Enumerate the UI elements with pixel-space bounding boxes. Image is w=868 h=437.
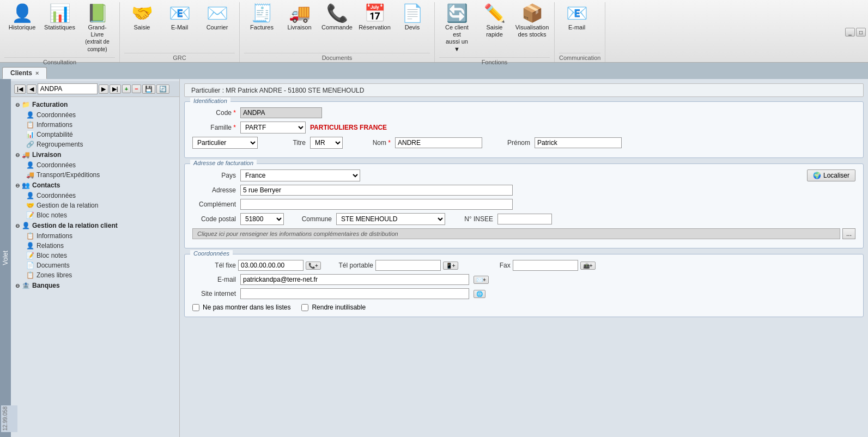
- sidebar-item-cont-gestion[interactable]: 🤝 Gestion de la relation: [11, 201, 179, 210]
- commande-button[interactable]: 📞 Commande: [319, 2, 355, 43]
- section-contacts-header[interactable]: ⊖ 👥 Contacts: [11, 180, 179, 191]
- ne-pas-montrer-checkbox[interactable]: [192, 304, 199, 311]
- pays-select[interactable]: France: [240, 169, 360, 181]
- sidebar-item-fact-coordonnees[interactable]: 👤 Coordonnées: [11, 110, 179, 120]
- identification-title: Identification: [190, 98, 230, 104]
- tel-portable-input[interactable]: [375, 260, 441, 271]
- minimize-button[interactable]: _: [845, 28, 855, 37]
- fax-input[interactable]: [513, 260, 578, 271]
- tel-fixe-input[interactable]: [238, 260, 304, 271]
- sidebar-item-grc-relations[interactable]: 👤 Relations: [11, 241, 179, 251]
- nav-code-input[interactable]: [38, 83, 98, 94]
- devis-button[interactable]: 📄 Devis: [394, 2, 430, 43]
- sidebar-item-grc-blocnotes[interactable]: 📝 Bloc notes: [11, 251, 179, 260]
- visualisation-stocks-button[interactable]: 📦 Visualisationdes stocks: [514, 2, 550, 43]
- clients-tab[interactable]: Clients ×: [2, 67, 47, 79]
- commune-select[interactable]: STE MENEHOULD: [336, 213, 445, 225]
- adresse-label: Adresse: [192, 186, 236, 194]
- maximize-button[interactable]: □: [856, 28, 866, 37]
- code-input[interactable]: [240, 107, 322, 118]
- sidebar-item-livr-coordonnees[interactable]: 👤 Coordonnées: [11, 160, 179, 170]
- livraison-collapse[interactable]: ⊖: [15, 152, 20, 158]
- prenom-input[interactable]: [535, 137, 622, 148]
- sidebar-item-grc-documents[interactable]: 📄 Documents: [11, 260, 179, 270]
- nav-del-button[interactable]: −: [132, 84, 141, 93]
- distribution-button[interactable]: ...: [842, 228, 855, 239]
- localiser-button[interactable]: 🌍 Localiser: [807, 169, 855, 181]
- nav-prev-button[interactable]: ◀: [27, 84, 37, 94]
- saisie-button[interactable]: 🤝 Saisie: [124, 2, 160, 43]
- fax-group: Fax 📠+: [467, 260, 596, 271]
- info-bar: Particulier : MR Patrick ANDRE - 51800 S…: [184, 83, 864, 97]
- email-comm-button[interactable]: 📧 E-mail: [559, 2, 594, 43]
- nom-input[interactable]: [395, 137, 482, 148]
- grand-livre-button[interactable]: 📗 Grand-Livre(extrait de compte): [80, 2, 115, 55]
- rendre-inutilisable-checkbox[interactable]: [301, 304, 308, 311]
- devis-icon: 📄: [402, 4, 423, 22]
- saisie-rapide-button[interactable]: ✏️ Saisierapide: [477, 2, 512, 43]
- adresse-input[interactable]: [240, 185, 513, 196]
- sidebar-tree: ⊖ 📁 Facturation 👤 Coordonnées 📋 Informat…: [11, 97, 179, 293]
- site-input[interactable]: [240, 288, 469, 299]
- sidebar-item-livr-transport[interactable]: 🚚 Transport/Expéditions: [11, 170, 179, 180]
- nav-next-button[interactable]: ▶: [99, 84, 108, 94]
- commande-label: Commande: [321, 24, 353, 31]
- volet-toggle[interactable]: Volet: [0, 79, 11, 437]
- contacts-collapse[interactable]: ⊖: [15, 183, 20, 189]
- nav-refresh-button[interactable]: 🔄: [156, 84, 169, 94]
- factures-label: Factures: [250, 24, 274, 31]
- tel-fixe-action-button[interactable]: 📞+: [306, 262, 321, 270]
- ce-client-button[interactable]: 🔄 Ce client estaussi un ▼: [439, 2, 475, 55]
- sidebar-item-cont-blocnotes[interactable]: 📝 Bloc notes: [11, 210, 179, 220]
- complement-input[interactable]: [240, 199, 513, 210]
- factures-button[interactable]: 🧾 Factures: [244, 2, 280, 43]
- email-action-button[interactable]: ✉️+: [474, 276, 489, 284]
- section-facturation-header[interactable]: ⊖ 📁 Facturation: [11, 99, 179, 110]
- titre-select[interactable]: MR: [310, 137, 343, 149]
- sidebar-item-fact-regroupements[interactable]: 🔗 Regroupements: [11, 139, 179, 149]
- checkbox-row: Ne pas montrer dans les listes Rendre in…: [192, 304, 855, 311]
- site-action-button[interactable]: 🌐: [474, 290, 485, 298]
- livraison-button[interactable]: 🚚 Livraison: [282, 2, 317, 43]
- sidebar-item-fact-comptabilite[interactable]: 📊 Comptabilité: [11, 130, 179, 139]
- famille-select[interactable]: PARTF: [240, 122, 306, 133]
- historique-button[interactable]: 👤 Historique: [4, 2, 40, 43]
- statistiques-button[interactable]: 📊 Statistiques: [42, 2, 77, 43]
- section-banques-header[interactable]: ⊖ 🏦 Banques: [11, 280, 179, 291]
- prenom-label: Prénom: [487, 139, 530, 147]
- nom-label: Nom: [347, 139, 391, 147]
- reservation-button[interactable]: 📅 Réservation: [357, 2, 392, 43]
- nav-last-button[interactable]: ▶|: [110, 84, 121, 94]
- distribution-text[interactable]: Cliquez ici pour renseigner les informat…: [192, 228, 840, 239]
- distribution-row: Cliquez ici pour renseigner les informat…: [192, 228, 855, 239]
- commune-label: Commune: [288, 215, 332, 223]
- sidebar-item-grc-informations[interactable]: 📋 Informations: [11, 231, 179, 241]
- livraison-label: Livraison: [287, 24, 311, 31]
- courrier-button[interactable]: ✉️ Courrier: [199, 2, 235, 43]
- email-input[interactable]: [240, 274, 469, 285]
- insee-input[interactable]: [497, 214, 552, 224]
- tel-portable-action-button[interactable]: 📱+: [443, 262, 458, 270]
- section-gestion-header[interactable]: ⊖ 👤 Gestion de la relation client: [11, 220, 179, 231]
- tab-close-button[interactable]: ×: [35, 70, 39, 76]
- grc-relations-label: Relations: [37, 242, 64, 250]
- nav-save-button[interactable]: 💾: [142, 84, 155, 94]
- email-grc-button[interactable]: 📧 E-Mail: [162, 2, 197, 43]
- sidebar-item-grc-zones[interactable]: 📋 Zones libres: [11, 270, 179, 280]
- saisie-label: Saisie: [134, 24, 150, 31]
- section-livraison-header[interactable]: ⊖ 🚚 Livraison: [11, 149, 179, 160]
- cp-select[interactable]: 51800: [240, 213, 284, 225]
- adresse-title: Adresse de facturation: [190, 160, 257, 166]
- nav-add-button[interactable]: +: [122, 84, 131, 93]
- sidebar-item-fact-informations[interactable]: 📋 Informations: [11, 120, 179, 130]
- type-select[interactable]: Particulier: [192, 137, 258, 149]
- adresse-section: Adresse de facturation Pays France 🌍 Loc…: [184, 163, 864, 248]
- sidebar-item-cont-coordonnees[interactable]: 👤 Coordonnées: [11, 191, 179, 201]
- fax-action-button[interactable]: 📠+: [580, 262, 596, 270]
- banques-collapse[interactable]: ⊖: [15, 283, 20, 289]
- section-livraison: ⊖ 🚚 Livraison 👤 Coordonnées 🚚 Transport/…: [11, 149, 179, 180]
- nav-first-button[interactable]: |◀: [14, 84, 26, 94]
- facturation-collapse[interactable]: ⊖: [15, 102, 20, 108]
- toolbar-group-communication: 📧 E-mail Communication: [555, 2, 605, 62]
- gestion-collapse[interactable]: ⊖: [15, 223, 20, 229]
